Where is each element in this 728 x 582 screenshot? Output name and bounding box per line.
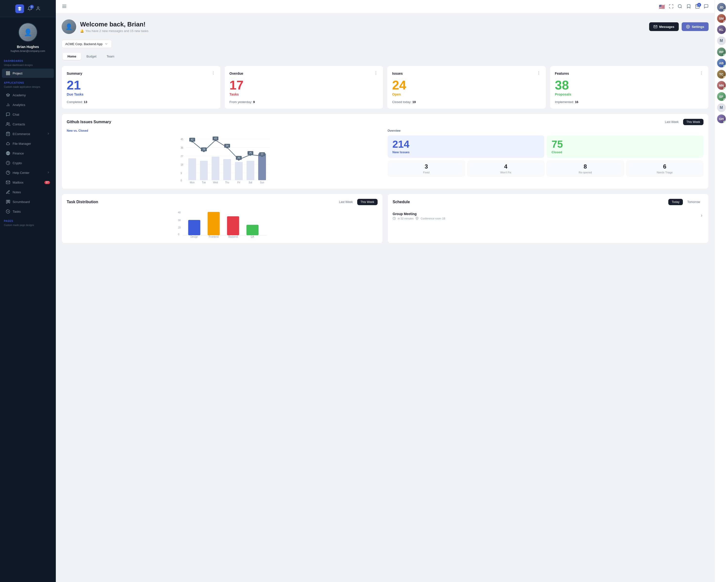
sidebar-item-academy[interactable]: Academy — [2, 90, 54, 100]
svg-rect-6 — [6, 200, 7, 203]
svg-line-13 — [681, 7, 682, 8]
sidebar-item-project[interactable]: Project — [2, 68, 54, 78]
task-dist-title: Task Distribution — [67, 200, 98, 204]
summary-card-2: Issues 24 Open Closed today: 19 — [387, 66, 546, 109]
github-title: Github Issues Summary — [67, 120, 111, 124]
right-avatar-6[interactable]: TC — [717, 70, 726, 79]
new-issues-number: 214 — [392, 139, 540, 149]
svg-text:9: 9 — [181, 172, 182, 175]
task-dist-header: Task Distribution Last Week This Week — [67, 199, 378, 205]
svg-rect-2 — [6, 74, 7, 75]
svg-point-62 — [214, 139, 216, 141]
right-avatar-3[interactable]: M — [717, 36, 726, 45]
sidebar-item-crypto[interactable]: Crypto — [2, 158, 54, 168]
settings-button[interactable]: Settings — [682, 22, 709, 31]
sidebar-item-contacts[interactable]: Contacts — [2, 119, 54, 129]
card-sub-1: From yesterday: 9 — [230, 100, 378, 104]
closed-issues-number: 75 — [552, 139, 699, 149]
cart-button[interactable]: 5 — [695, 4, 700, 9]
svg-text:Design: Design — [190, 235, 198, 238]
bookmark-button[interactable] — [686, 4, 691, 9]
closed-issues-label: Closed — [552, 150, 699, 154]
right-avatar-2[interactable]: KL — [717, 25, 726, 34]
right-avatar-10[interactable]: GH — [717, 114, 726, 123]
svg-text:30: 30 — [178, 219, 181, 222]
right-avatar-1[interactable]: SM — [717, 14, 726, 23]
sidebar-item-tasks[interactable]: Tasks — [2, 207, 54, 216]
tab-home[interactable]: Home — [62, 53, 81, 60]
sidebar-item-file-manager[interactable]: File Manager — [2, 139, 54, 148]
welcome-bar: 👤 Welcome back, Brian! 🔔 You have 2 new … — [62, 20, 709, 34]
card-menu-3[interactable] — [699, 71, 703, 76]
cart-badge: 5 — [697, 3, 701, 7]
overview-grid: 214 New Issues 75 Closed 3 Fixed — [388, 135, 703, 177]
github-last-week-btn[interactable]: Last Week — [661, 119, 682, 125]
right-avatar-5[interactable]: AB — [717, 59, 726, 67]
sidebar-item-scrumboard[interactable]: Scrumboard — [2, 197, 54, 206]
task-dist-this-week-btn[interactable]: This Week — [357, 199, 378, 205]
stat-reopened: 8 Re-opened — [546, 160, 624, 177]
summary-card-3: Features 38 Proposals Implemented: 16 — [550, 66, 709, 109]
card-label-3: Proposals — [555, 92, 704, 96]
card-header-1: Overdue — [230, 71, 378, 76]
card-menu-0[interactable] — [211, 71, 215, 76]
search-button[interactable] — [678, 4, 682, 9]
svg-text:18: 18 — [181, 163, 183, 166]
messages-header-button[interactable] — [704, 4, 709, 9]
sidebar-item-mailbox[interactable]: Mailbox 27 — [2, 178, 54, 187]
sidebar-item-notes[interactable]: Notes — [2, 188, 54, 197]
schedule-tomorrow-btn[interactable]: Tomorrow — [684, 199, 703, 205]
svg-rect-43 — [235, 162, 243, 180]
schedule-item-meta: in 32 minutes Conference room 1B — [393, 217, 445, 220]
svg-point-19 — [375, 73, 376, 73]
svg-text:27: 27 — [181, 155, 183, 158]
svg-rect-1 — [8, 72, 10, 73]
card-header-0: Summary — [67, 71, 215, 76]
user-profile-button[interactable] — [36, 6, 41, 11]
card-menu-1[interactable] — [374, 71, 378, 76]
svg-text:40: 40 — [178, 211, 181, 214]
flag-button[interactable]: 🇺🇸 — [659, 4, 665, 10]
app-logo[interactable] — [15, 4, 24, 13]
svg-point-22 — [538, 73, 539, 73]
svg-point-16 — [213, 73, 213, 73]
github-this-week-btn[interactable]: This Week — [683, 119, 703, 125]
right-avatar-8[interactable]: EF — [717, 92, 726, 101]
schedule-card: Schedule Today Tomorrow Group Meeting in… — [388, 194, 709, 243]
svg-point-26 — [701, 74, 702, 75]
sidebar-item-finance[interactable]: Finance — [2, 149, 54, 158]
schedule-today-btn[interactable]: Today — [668, 199, 683, 205]
notifications-button[interactable]: 3 — [27, 6, 32, 11]
overview-label: Overview — [388, 129, 703, 132]
sidebar-item-chat[interactable]: Chat — [2, 110, 54, 119]
right-avatar-7[interactable]: MN — [717, 81, 726, 90]
svg-rect-80 — [208, 212, 220, 235]
main-content: 👤 Welcome back, Brian! 🔔 You have 2 new … — [56, 13, 714, 582]
section-label-pages: PAGES — [0, 216, 56, 224]
messages-button[interactable]: Messages — [649, 22, 679, 31]
svg-rect-0 — [6, 72, 7, 73]
github-header: Github Issues Summary Last Week This Wee… — [67, 119, 703, 125]
sidebar-item-help-center[interactable]: Help Center — [2, 168, 54, 177]
schedule-chevron-icon[interactable] — [700, 214, 703, 218]
card-menu-2[interactable] — [537, 71, 541, 76]
task-dist-last-week-btn[interactable]: Last Week — [336, 199, 356, 205]
github-section: Github Issues Summary Last Week This Wee… — [62, 114, 709, 189]
chart-container: 45 36 27 18 9 0 — [67, 135, 383, 184]
sidebar-item-ecommerce[interactable]: ECommerce — [2, 129, 54, 138]
right-avatar-0[interactable]: JD — [717, 3, 726, 11]
header-actions: 🇺🇸 5 — [659, 4, 709, 10]
card-number-3: 38 — [555, 79, 704, 91]
tab-budget[interactable]: Budget — [81, 53, 101, 60]
sidebar-item-analytics[interactable]: Analytics — [2, 100, 54, 109]
right-avatar-9[interactable]: M — [717, 103, 726, 112]
summary-card-1: Overdue 17 Tasks From yesterday: 9 — [225, 66, 383, 109]
svg-rect-8 — [9, 200, 10, 203]
svg-point-88 — [417, 218, 417, 219]
project-selector[interactable]: ACME Corp. Backend App — [62, 40, 112, 48]
tab-team[interactable]: Team — [102, 53, 119, 60]
right-avatar-4[interactable]: RP — [717, 48, 726, 56]
schedule-toggle: Today Tomorrow — [668, 199, 703, 205]
fullscreen-button[interactable] — [669, 4, 674, 9]
hamburger-button[interactable] — [62, 4, 67, 10]
